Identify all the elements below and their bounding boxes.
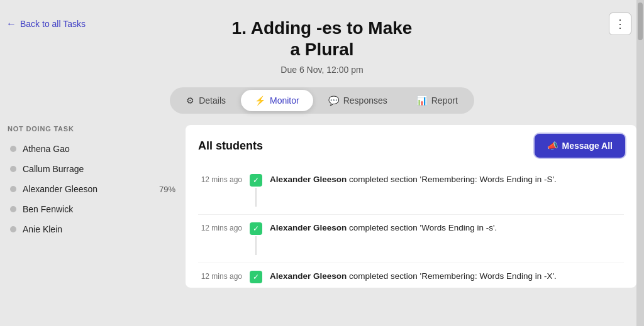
student-status-dot	[10, 226, 16, 232]
activity-line: ✓	[250, 222, 262, 255]
student-name: Alexander Gleeson	[23, 184, 153, 194]
page-title: 1. Adding -es to Make a Plural	[0, 18, 644, 60]
back-arrow-icon: ←	[6, 18, 16, 30]
check-icon: ✓	[250, 222, 262, 235]
activity-item: 12 mins ago ✓ Alexander Gleeson complete…	[198, 263, 624, 288]
student-name: Callum Burrage	[23, 164, 175, 174]
tabs-inner: ⚙ Details ⚡ Monitor 💬 Responses 📊 Report	[170, 87, 474, 114]
student-name: Anie Klein	[23, 224, 175, 234]
monitor-icon: ⚡	[255, 95, 265, 106]
connector-line	[255, 236, 257, 255]
student-status-dot	[10, 146, 16, 152]
back-to-tasks-link[interactable]: ← Back to all Tasks	[6, 18, 86, 30]
check-icon: ✓	[250, 271, 262, 283]
activity-line: ✓	[250, 174, 262, 207]
tab-report-label: Report	[431, 95, 458, 106]
tab-monitor[interactable]: ⚡ Monitor	[241, 90, 313, 111]
student-status-dot	[10, 166, 16, 172]
student-status-dot	[10, 206, 16, 212]
tabs-container: ⚙ Details ⚡ Monitor 💬 Responses 📊 Report	[0, 87, 644, 114]
activity-time: 12 mins ago	[198, 222, 242, 232]
title-area: 1. Adding -es to Make a Plural Due 6 Nov…	[0, 0, 644, 75]
activity-time: 12 mins ago	[198, 174, 242, 184]
sidebar-section-label: NOT DOING TASK	[8, 125, 178, 133]
tab-responses[interactable]: 💬 Responses	[314, 90, 401, 111]
list-item[interactable]: Athena Gao	[8, 139, 178, 159]
activity-area: All students 📣 Message All 12 mins ago ✓…	[186, 125, 636, 288]
activity-text: Alexander Gleeson completed section 'Rem…	[270, 271, 624, 283]
list-item[interactable]: Anie Klein	[8, 219, 178, 239]
all-students-title: All students	[198, 139, 263, 153]
scrollbar[interactable]	[636, 0, 644, 326]
student-name: Ben Fenwick	[23, 204, 175, 214]
list-item[interactable]: Callum Burrage	[8, 159, 178, 179]
tab-monitor-label: Monitor	[270, 95, 299, 106]
student-name: Athena Gao	[23, 144, 175, 154]
activity-text: Alexander Gleeson completed section 'Rem…	[270, 174, 624, 186]
report-icon: 📊	[416, 95, 427, 106]
message-all-button[interactable]: 📣 Message All	[536, 135, 624, 156]
list-item[interactable]: Alexander Gleeson 79%	[8, 179, 178, 199]
student-status-dot	[10, 186, 16, 192]
tab-responses-label: Responses	[343, 95, 387, 106]
activity-feed: 12 mins ago ✓ Alexander Gleeson complete…	[198, 166, 624, 288]
tab-details[interactable]: ⚙ Details	[172, 90, 240, 111]
more-options-icon: ⋮	[614, 17, 626, 31]
megaphone-icon: 📣	[547, 141, 558, 151]
student-progress: 79%	[159, 185, 175, 194]
connector-line	[255, 188, 257, 207]
activity-text: Alexander Gleeson completed section 'Wor…	[270, 222, 624, 234]
activity-item: 12 mins ago ✓ Alexander Gleeson complete…	[198, 215, 624, 263]
activity-time: 12 mins ago	[198, 271, 242, 281]
responses-icon: 💬	[328, 95, 339, 106]
list-item[interactable]: Ben Fenwick	[8, 199, 178, 219]
back-to-tasks-label: Back to all Tasks	[20, 19, 86, 29]
check-icon: ✓	[250, 174, 262, 187]
main-content: NOT DOING TASK Athena Gao Callum Burrage…	[0, 125, 644, 288]
tab-report[interactable]: 📊 Report	[402, 90, 472, 111]
more-options-button[interactable]: ⋮	[609, 13, 631, 35]
activity-line: ✓	[250, 271, 262, 283]
scrollbar-thumb[interactable]	[638, 3, 643, 40]
activity-item: 12 mins ago ✓ Alexander Gleeson complete…	[198, 166, 624, 215]
tab-details-label: Details	[199, 95, 226, 106]
due-date: Due 6 Nov, 12:00 pm	[0, 65, 644, 75]
activity-header: All students 📣 Message All	[198, 135, 624, 156]
sidebar: NOT DOING TASK Athena Gao Callum Burrage…	[0, 125, 186, 288]
details-icon: ⚙	[186, 95, 194, 106]
message-all-label: Message All	[562, 141, 613, 151]
